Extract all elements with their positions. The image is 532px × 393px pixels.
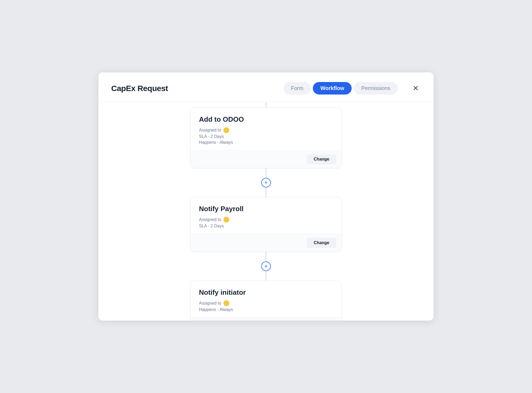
workflow-card-add-to-odoo: Add to ODOO Assigned to SLA - 2 Days Hap… <box>190 108 342 168</box>
workflow-container: Add to ODOO Assigned to SLA - 2 Days Hap… <box>111 102 421 321</box>
tab-permissions[interactable]: Permissions <box>354 82 398 95</box>
modal-body: Add to ODOO Assigned to SLA - 2 Days Hap… <box>98 102 434 321</box>
happens-label-3: Happens - Always <box>199 307 233 312</box>
assigned-label-3: Assigned to <box>199 301 221 306</box>
avatar-dot-3 <box>223 300 229 306</box>
card-meta-row-sla-2: SLA - 2 Days <box>199 224 333 228</box>
tab-workflow[interactable]: Workflow <box>313 82 352 95</box>
close-button[interactable]: ✕ <box>410 84 421 93</box>
card-body-notify-initiator: Notify initiator Assigned to Happens - A… <box>190 281 342 317</box>
modal: CapEx Request Form Workflow Permissions … <box>98 72 434 321</box>
sla-label-2: SLA - 2 Days <box>199 224 224 228</box>
card-title-notify-payroll: Notify Payroll <box>199 205 333 213</box>
card-meta-row-assigned-3: Assigned to <box>199 300 333 306</box>
card-title-add-to-odoo: Add to ODOO <box>199 115 333 124</box>
card-meta-row-sla: SLA - 2 Days <box>199 134 333 139</box>
modal-title: CapEx Request <box>111 84 168 93</box>
card-meta-row-assigned: Assigned to <box>199 127 333 133</box>
connector-line-2 <box>266 187 266 197</box>
card-meta-add-to-odoo: Assigned to SLA - 2 Days Happens - Alway… <box>199 127 333 145</box>
connector-line-3 <box>266 252 266 261</box>
add-step-button-1[interactable]: + <box>261 178 271 187</box>
modal-header: CapEx Request Form Workflow Permissions … <box>98 72 434 102</box>
assigned-label-2: Assigned to <box>199 217 221 222</box>
connector-line-4 <box>266 271 266 281</box>
card-body-notify-payroll: Notify Payroll Assigned to SLA - 2 Days <box>190 197 342 234</box>
card-footer-notify-initiator: Change <box>190 317 342 321</box>
change-button-add-to-odoo[interactable]: Change <box>307 154 336 164</box>
connector-line-1 <box>266 168 266 178</box>
tab-form[interactable]: Form <box>284 82 311 95</box>
card-meta-row-happens-3: Happens - Always <box>199 307 333 312</box>
connector-line-top <box>266 102 266 108</box>
add-step-button-2[interactable]: + <box>261 261 271 271</box>
card-meta-notify-initiator: Assigned to Happens - Always <box>199 300 333 312</box>
card-meta-row-happens: Happens - Always <box>199 140 333 145</box>
tab-group: Form Workflow Permissions <box>284 82 398 95</box>
workflow-card-notify-payroll: Notify Payroll Assigned to SLA - 2 Days … <box>190 197 342 252</box>
change-button-notify-payroll[interactable]: Change <box>307 238 336 248</box>
card-footer-add-to-odoo: Change <box>190 150 342 168</box>
card-meta-notify-payroll: Assigned to SLA - 2 Days <box>199 217 333 228</box>
card-footer-notify-payroll: Change <box>190 234 342 252</box>
sla-label: SLA - 2 Days <box>199 134 224 139</box>
workflow-card-notify-initiator: Notify initiator Assigned to Happens - A… <box>190 281 342 321</box>
card-meta-row-assigned-2: Assigned to <box>199 217 333 223</box>
card-body-add-to-odoo: Add to ODOO Assigned to SLA - 2 Days Hap… <box>190 108 342 150</box>
happens-label: Happens - Always <box>199 140 233 145</box>
card-title-notify-initiator: Notify initiator <box>199 288 333 297</box>
avatar-dot-2 <box>223 217 229 223</box>
avatar-dot <box>223 127 229 133</box>
assigned-label: Assigned to <box>199 128 221 133</box>
